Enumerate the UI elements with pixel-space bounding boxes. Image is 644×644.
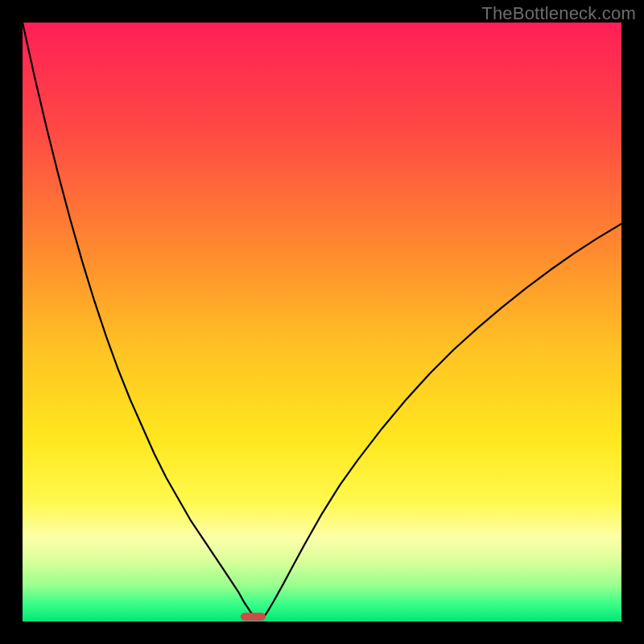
- chart-svg: [23, 23, 621, 621]
- gradient-background: [23, 23, 621, 621]
- target-marker: [241, 613, 266, 621]
- chart-frame: TheBottleneck.com: [0, 0, 644, 644]
- watermark-text: TheBottleneck.com: [481, 3, 636, 24]
- plot-area: [23, 23, 621, 621]
